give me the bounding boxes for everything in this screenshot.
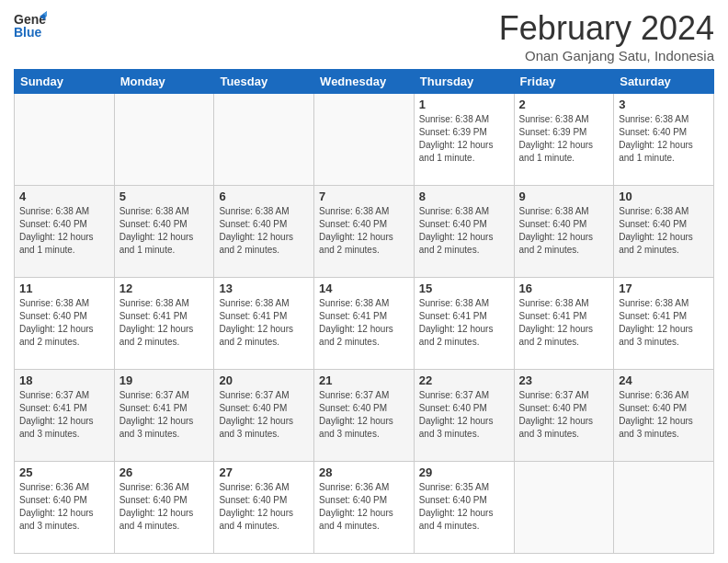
day-info: Sunrise: 6:38 AM Sunset: 6:40 PM Dayligh… (519, 205, 609, 257)
calendar-cell: 23Sunrise: 6:37 AM Sunset: 6:40 PM Dayli… (514, 370, 614, 462)
calendar-cell: 21Sunrise: 6:37 AM Sunset: 6:40 PM Dayli… (314, 370, 415, 462)
calendar-cell: 12Sunrise: 6:38 AM Sunset: 6:41 PM Dayli… (114, 278, 214, 370)
calendar-cell: 17Sunrise: 6:38 AM Sunset: 6:41 PM Dayli… (614, 278, 714, 370)
day-number: 17 (619, 282, 709, 295)
calendar-cell: 18Sunrise: 6:37 AM Sunset: 6:41 PM Dayli… (15, 370, 115, 462)
day-info: Sunrise: 6:38 AM Sunset: 6:40 PM Dayligh… (19, 297, 109, 349)
day-number: 5 (119, 190, 210, 203)
day-number: 8 (419, 190, 509, 203)
day-info: Sunrise: 6:38 AM Sunset: 6:40 PM Dayligh… (419, 205, 509, 257)
day-number: 2 (519, 98, 609, 111)
calendar-cell: 10Sunrise: 6:38 AM Sunset: 6:40 PM Dayli… (614, 186, 714, 278)
calendar-cell: 11Sunrise: 6:38 AM Sunset: 6:40 PM Dayli… (15, 278, 115, 370)
day-number: 24 (619, 373, 709, 387)
subtitle: Onan Ganjang Satu, Indonesia (499, 48, 714, 63)
calendar-cell: 14Sunrise: 6:38 AM Sunset: 6:41 PM Dayli… (314, 278, 415, 370)
day-header-sunday: Sunday (15, 70, 115, 94)
day-info: Sunrise: 6:37 AM Sunset: 6:40 PM Dayligh… (519, 389, 609, 441)
day-number: 22 (419, 373, 509, 387)
day-number: 6 (219, 190, 309, 203)
day-number: 13 (219, 282, 309, 295)
page: General Blue February 2024 Onan Ganjang … (0, 0, 728, 563)
day-number: 19 (119, 373, 210, 387)
day-info: Sunrise: 6:38 AM Sunset: 6:41 PM Dayligh… (319, 297, 409, 349)
calendar-cell: 16Sunrise: 6:38 AM Sunset: 6:41 PM Dayli… (514, 278, 614, 370)
day-number: 16 (519, 282, 609, 295)
calendar-cell: 24Sunrise: 6:36 AM Sunset: 6:40 PM Dayli… (614, 370, 714, 462)
day-header-friday: Friday (514, 70, 614, 94)
day-number: 12 (119, 282, 210, 295)
day-info: Sunrise: 6:36 AM Sunset: 6:40 PM Dayligh… (619, 389, 709, 441)
calendar-cell: 15Sunrise: 6:38 AM Sunset: 6:41 PM Dayli… (414, 278, 514, 370)
day-number: 11 (19, 282, 109, 295)
day-number: 10 (619, 190, 709, 203)
day-number: 14 (319, 282, 409, 295)
day-info: Sunrise: 6:38 AM Sunset: 6:40 PM Dayligh… (619, 113, 709, 165)
title-area: February 2024 Onan Ganjang Satu, Indones… (499, 9, 714, 63)
calendar-cell: 1Sunrise: 6:38 AM Sunset: 6:39 PM Daylig… (414, 94, 514, 186)
day-number: 9 (519, 190, 609, 203)
day-info: Sunrise: 6:37 AM Sunset: 6:41 PM Dayligh… (19, 389, 109, 441)
day-info: Sunrise: 6:38 AM Sunset: 6:40 PM Dayligh… (119, 205, 210, 257)
calendar-cell: 29Sunrise: 6:35 AM Sunset: 6:40 PM Dayli… (414, 462, 514, 554)
calendar-cell: 2Sunrise: 6:38 AM Sunset: 6:39 PM Daylig… (514, 94, 614, 186)
day-info: Sunrise: 6:38 AM Sunset: 6:41 PM Dayligh… (619, 297, 709, 349)
day-info: Sunrise: 6:38 AM Sunset: 6:40 PM Dayligh… (19, 205, 109, 257)
day-info: Sunrise: 6:38 AM Sunset: 6:41 PM Dayligh… (419, 297, 509, 349)
day-header-saturday: Saturday (614, 70, 714, 94)
day-header-thursday: Thursday (414, 70, 514, 94)
calendar-cell: 4Sunrise: 6:38 AM Sunset: 6:40 PM Daylig… (15, 186, 115, 278)
day-number: 29 (419, 465, 509, 479)
day-info: Sunrise: 6:38 AM Sunset: 6:41 PM Dayligh… (219, 297, 309, 349)
day-info: Sunrise: 6:36 AM Sunset: 6:40 PM Dayligh… (19, 481, 109, 533)
day-header-monday: Monday (114, 70, 214, 94)
logo: General Blue (14, 9, 47, 46)
day-number: 4 (19, 190, 109, 203)
day-info: Sunrise: 6:38 AM Sunset: 6:39 PM Dayligh… (519, 113, 609, 165)
calendar-cell: 13Sunrise: 6:38 AM Sunset: 6:41 PM Dayli… (214, 278, 314, 370)
day-info: Sunrise: 6:36 AM Sunset: 6:40 PM Dayligh… (319, 481, 409, 533)
calendar-cell: 28Sunrise: 6:36 AM Sunset: 6:40 PM Dayli… (314, 462, 415, 554)
calendar-cell: 20Sunrise: 6:37 AM Sunset: 6:40 PM Dayli… (214, 370, 314, 462)
day-info: Sunrise: 6:36 AM Sunset: 6:40 PM Dayligh… (119, 481, 210, 533)
calendar-cell: 5Sunrise: 6:38 AM Sunset: 6:40 PM Daylig… (114, 186, 214, 278)
day-number: 28 (319, 465, 409, 479)
day-info: Sunrise: 6:35 AM Sunset: 6:40 PM Dayligh… (419, 481, 509, 533)
day-info: Sunrise: 6:38 AM Sunset: 6:39 PM Dayligh… (419, 113, 509, 165)
day-number: 1 (419, 98, 509, 111)
day-info: Sunrise: 6:38 AM Sunset: 6:40 PM Dayligh… (619, 205, 709, 257)
day-info: Sunrise: 6:38 AM Sunset: 6:40 PM Dayligh… (219, 205, 309, 257)
calendar: SundayMondayTuesdayWednesdayThursdayFrid… (14, 69, 714, 554)
day-info: Sunrise: 6:37 AM Sunset: 6:40 PM Dayligh… (419, 389, 509, 441)
calendar-cell: 26Sunrise: 6:36 AM Sunset: 6:40 PM Dayli… (114, 462, 214, 554)
calendar-cell: 19Sunrise: 6:37 AM Sunset: 6:41 PM Dayli… (114, 370, 214, 462)
header: General Blue February 2024 Onan Ganjang … (14, 9, 714, 63)
calendar-cell: 7Sunrise: 6:38 AM Sunset: 6:40 PM Daylig… (314, 186, 415, 278)
day-info: Sunrise: 6:38 AM Sunset: 6:41 PM Dayligh… (119, 297, 210, 349)
calendar-cell: 8Sunrise: 6:38 AM Sunset: 6:40 PM Daylig… (414, 186, 514, 278)
calendar-cell (314, 94, 415, 186)
day-number: 25 (19, 465, 109, 479)
calendar-cell: 3Sunrise: 6:38 AM Sunset: 6:40 PM Daylig… (614, 94, 714, 186)
main-title: February 2024 (499, 9, 714, 48)
day-info: Sunrise: 6:37 AM Sunset: 6:40 PM Dayligh… (319, 389, 409, 441)
day-number: 15 (419, 282, 509, 295)
svg-text:Blue: Blue (14, 25, 42, 40)
day-number: 3 (619, 98, 709, 111)
day-number: 20 (219, 373, 309, 387)
day-number: 18 (19, 373, 109, 387)
calendar-cell: 22Sunrise: 6:37 AM Sunset: 6:40 PM Dayli… (414, 370, 514, 462)
day-number: 23 (519, 373, 609, 387)
day-info: Sunrise: 6:37 AM Sunset: 6:40 PM Dayligh… (219, 389, 309, 441)
day-info: Sunrise: 6:36 AM Sunset: 6:40 PM Dayligh… (219, 481, 309, 533)
day-info: Sunrise: 6:37 AM Sunset: 6:41 PM Dayligh… (119, 389, 210, 441)
calendar-cell: 9Sunrise: 6:38 AM Sunset: 6:40 PM Daylig… (514, 186, 614, 278)
day-info: Sunrise: 6:38 AM Sunset: 6:40 PM Dayligh… (319, 205, 409, 257)
calendar-cell (15, 94, 115, 186)
day-info: Sunrise: 6:38 AM Sunset: 6:41 PM Dayligh… (519, 297, 609, 349)
calendar-cell (614, 462, 714, 554)
calendar-cell: 6Sunrise: 6:38 AM Sunset: 6:40 PM Daylig… (214, 186, 314, 278)
day-header-tuesday: Tuesday (214, 70, 314, 94)
day-number: 21 (319, 373, 409, 387)
calendar-cell (114, 94, 214, 186)
